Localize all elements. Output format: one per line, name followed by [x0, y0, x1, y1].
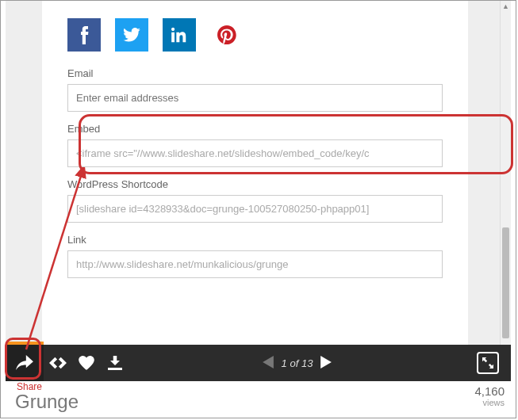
- download-icon[interactable]: [101, 345, 129, 381]
- wordpress-label: WordPress Shortcode: [67, 178, 443, 190]
- embed-label: Embed: [67, 123, 443, 135]
- views-label: views: [474, 398, 505, 407]
- page-title: Grunge: [15, 391, 79, 413]
- like-icon[interactable]: [72, 345, 101, 381]
- email-input[interactable]: [67, 84, 443, 112]
- social-buttons: [67, 18, 443, 52]
- toolbar-accent: [7, 342, 44, 345]
- player-toolbar: 1 of 13: [6, 345, 511, 381]
- views-counter: 4,160 views: [474, 381, 505, 407]
- embed-group: Embed: [67, 123, 443, 167]
- scrollbar[interactable]: ▲: [500, 1, 511, 345]
- share-box: Email Embed WordPress Shortcode Link: [42, 1, 468, 345]
- wordpress-input[interactable]: [67, 195, 443, 223]
- embed-input[interactable]: [67, 139, 443, 167]
- next-slide-icon[interactable]: [320, 356, 332, 371]
- email-label: Email: [67, 67, 443, 79]
- fullscreen-icon[interactable]: [477, 352, 499, 374]
- embed-toggle-icon[interactable]: [44, 345, 72, 381]
- wordpress-group: WordPress Shortcode: [67, 178, 443, 223]
- twitter-button[interactable]: [115, 18, 148, 52]
- link-label: Link: [67, 234, 443, 246]
- pager: 1 of 13: [129, 356, 465, 371]
- views-count: 4,160: [474, 384, 505, 398]
- facebook-button[interactable]: [67, 18, 101, 52]
- pinterest-button[interactable]: [210, 18, 244, 52]
- email-group: Email: [67, 67, 443, 112]
- share-icon[interactable]: [6, 345, 44, 381]
- scrollbar-up-icon[interactable]: ▲: [502, 2, 509, 12]
- prev-slide-icon[interactable]: [263, 356, 274, 371]
- linkedin-button[interactable]: [163, 18, 196, 52]
- footer: Share Grunge 4,160 views: [6, 381, 511, 418]
- link-group: Link: [67, 234, 443, 278]
- share-panel: Email Embed WordPress Shortcode Link ▲: [6, 1, 511, 345]
- link-input[interactable]: [67, 250, 443, 278]
- pager-text: 1 of 13: [282, 357, 313, 369]
- scrollbar-thumb[interactable]: [502, 227, 509, 338]
